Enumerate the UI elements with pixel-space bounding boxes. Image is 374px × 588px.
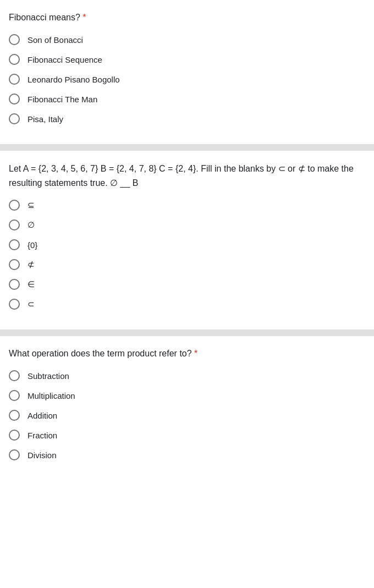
question-1-label: Fibonacci means? * [9, 11, 365, 24]
question-2-section: Let A = {2, 3, 4, 5, 6, 7} B = {2, 4, 7,… [0, 151, 374, 329]
question-3-text: What operation does the term product ref… [9, 349, 192, 358]
q1-radio-2[interactable] [9, 54, 20, 65]
q2-radio-5[interactable] [9, 279, 20, 290]
q3-radio-1[interactable] [9, 370, 20, 381]
divider-1 [0, 144, 374, 151]
q2-option-2[interactable]: ∅ [9, 219, 365, 230]
q1-label-2: Fibonacci Sequence [28, 55, 102, 64]
q2-label-6: ⊂ [28, 299, 35, 309]
q1-radio-1[interactable] [9, 34, 20, 45]
q3-option-2[interactable]: Multiplication [9, 390, 365, 401]
question-2-label: Let A = {2, 3, 4, 5, 6, 7} B = {2, 4, 7,… [9, 162, 365, 190]
q2-radio-4[interactable] [9, 259, 20, 270]
q3-label-2: Multiplication [28, 391, 75, 400]
q2-radio-2[interactable] [9, 219, 20, 230]
q1-label-3: Leonardo Pisano Bogollo [28, 75, 120, 84]
q3-label-5: Division [28, 450, 57, 460]
q3-option-3[interactable]: Addition [9, 410, 365, 421]
q1-label-4: Fibonacci The Man [28, 95, 97, 104]
q1-radio-5[interactable] [9, 113, 20, 124]
q3-label-4: Fraction [28, 431, 57, 440]
q3-option-5[interactable]: Division [9, 449, 365, 460]
q3-option-1[interactable]: Subtraction [9, 370, 365, 381]
q1-radio-4[interactable] [9, 94, 20, 105]
q2-label-2: ∅ [28, 220, 35, 230]
question-1-required: * [80, 13, 86, 22]
q2-option-1[interactable]: ⊆ [9, 200, 365, 211]
q2-label-5: ∈ [28, 279, 35, 289]
q3-radio-2[interactable] [9, 390, 20, 401]
q3-label-1: Subtraction [28, 371, 69, 381]
q2-label-1: ⊆ [28, 200, 35, 210]
q1-label-5: Pisa, Italy [28, 114, 63, 124]
q3-option-4[interactable]: Fraction [9, 430, 365, 441]
q2-radio-3[interactable] [9, 239, 20, 250]
q3-label-3: Addition [28, 411, 57, 420]
question-1-section: Fibonacci means? * Son of Bonacci Fibona… [0, 0, 374, 144]
q1-option-2[interactable]: Fibonacci Sequence [9, 54, 365, 65]
q2-option-3[interactable]: {0} [9, 239, 365, 250]
question-3-label: What operation does the term product ref… [9, 347, 365, 360]
q2-option-4[interactable]: ⊄ [9, 259, 365, 270]
q1-option-5[interactable]: Pisa, Italy [9, 113, 365, 124]
question-3-section: What operation does the term product ref… [0, 336, 374, 480]
question-3-required: * [192, 349, 198, 358]
q1-option-4[interactable]: Fibonacci The Man [9, 94, 365, 105]
divider-2 [0, 329, 374, 336]
q1-label-1: Son of Bonacci [28, 35, 83, 45]
q2-option-5[interactable]: ∈ [9, 279, 365, 290]
q3-radio-5[interactable] [9, 449, 20, 460]
q3-radio-4[interactable] [9, 430, 20, 441]
question-1-text: Fibonacci means? [9, 13, 80, 22]
question-2-text: Let A = {2, 3, 4, 5, 6, 7} B = {2, 4, 7,… [9, 164, 354, 188]
q2-label-4: ⊄ [28, 260, 35, 270]
q2-option-6[interactable]: ⊂ [9, 299, 365, 310]
q2-radio-6[interactable] [9, 299, 20, 310]
q1-option-1[interactable]: Son of Bonacci [9, 34, 365, 45]
q3-radio-3[interactable] [9, 410, 20, 421]
q1-option-3[interactable]: Leonardo Pisano Bogollo [9, 74, 365, 85]
q2-radio-1[interactable] [9, 200, 20, 211]
q1-radio-3[interactable] [9, 74, 20, 85]
q2-label-3: {0} [28, 240, 37, 250]
